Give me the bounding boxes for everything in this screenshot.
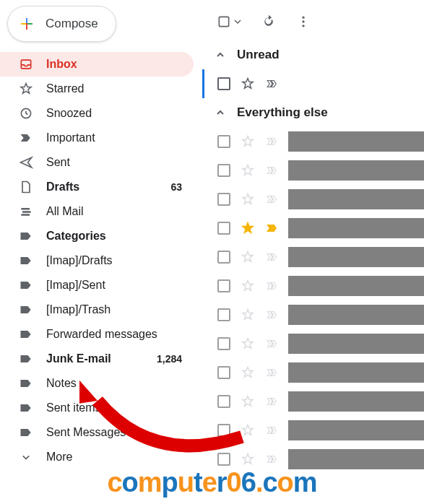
row-checkbox[interactable] — [217, 366, 230, 379]
row-content — [288, 334, 424, 354]
sidebar-item-junk[interactable]: Junk E-mail1,284 — [0, 347, 194, 371]
mail-row[interactable] — [204, 214, 424, 243]
row-content — [288, 420, 424, 440]
row-content — [288, 131, 424, 152]
mail-row[interactable] — [204, 185, 424, 214]
important-icon[interactable] — [265, 366, 280, 379]
mail-row[interactable] — [204, 156, 424, 185]
star-icon[interactable] — [241, 192, 255, 207]
star-icon[interactable] — [241, 250, 255, 264]
row-checkbox[interactable] — [217, 193, 230, 206]
sidebar-item-label: Categories — [46, 230, 182, 243]
row-content — [288, 160, 424, 181]
sidebar-item-allmail[interactable]: All Mail — [0, 199, 194, 224]
sidebar-item-imap-sent[interactable]: [Imap]/Sent — [0, 273, 194, 297]
row-checkbox[interactable] — [217, 164, 230, 177]
file-icon — [19, 180, 33, 194]
label-icon — [19, 303, 33, 317]
star-icon[interactable] — [241, 423, 255, 438]
sidebar-item-label: Sent items — [46, 401, 182, 414]
sidebar-item-categories[interactable]: Categories — [0, 224, 194, 248]
row-checkbox[interactable] — [217, 453, 230, 466]
caret-up-icon — [215, 50, 225, 60]
star-icon[interactable] — [241, 279, 255, 293]
mail-row[interactable] — [204, 127, 424, 156]
nav-list: InboxStarredSnoozedImportantSentDrafts63… — [0, 52, 202, 469]
sidebar-item-more[interactable]: More — [0, 445, 194, 469]
important-icon[interactable] — [265, 135, 280, 148]
sidebar-item-inbox[interactable]: Inbox — [0, 52, 194, 77]
sidebar-item-label: Notes — [46, 377, 182, 390]
important-icon[interactable] — [265, 251, 280, 264]
sidebar-item-drafts[interactable]: Drafts63 — [0, 175, 194, 199]
important-icon[interactable] — [265, 337, 280, 350]
row-content — [288, 247, 424, 267]
row-checkbox[interactable] — [217, 337, 230, 350]
row-checkbox[interactable] — [217, 135, 230, 148]
important-icon[interactable] — [265, 77, 280, 90]
mail-row[interactable] — [204, 69, 424, 98]
sidebar-item-important[interactable]: Important — [0, 126, 194, 150]
mail-row[interactable] — [204, 416, 424, 445]
row-checkbox[interactable] — [217, 251, 230, 264]
row-content — [288, 218, 424, 238]
select-all-checkbox[interactable] — [217, 14, 241, 29]
inbox-icon — [19, 57, 33, 71]
mail-row[interactable] — [204, 243, 424, 271]
mail-row[interactable] — [204, 329, 424, 358]
important-icon[interactable] — [265, 164, 280, 177]
mail-row[interactable] — [204, 358, 424, 387]
section-else[interactable]: Everything else — [202, 98, 424, 127]
important-icon[interactable] — [265, 424, 280, 437]
star-icon[interactable] — [241, 365, 255, 380]
star-icon[interactable] — [241, 163, 255, 178]
row-checkbox[interactable] — [217, 424, 230, 437]
star-icon[interactable] — [241, 336, 255, 351]
mail-row[interactable] — [204, 387, 424, 416]
label-icon — [19, 425, 33, 440]
sidebar-item-imap-drafts[interactable]: [Imap]/Drafts — [0, 248, 194, 273]
row-checkbox[interactable] — [217, 222, 230, 235]
important-icon — [19, 131, 33, 145]
row-checkbox[interactable] — [217, 308, 230, 321]
important-icon[interactable] — [265, 395, 280, 408]
chevron-icon — [19, 450, 33, 464]
important-icon[interactable] — [265, 279, 280, 292]
star-icon[interactable] — [241, 452, 255, 466]
star-icon — [19, 82, 33, 96]
row-content — [288, 189, 424, 209]
row-checkbox[interactable] — [217, 77, 230, 90]
row-checkbox[interactable] — [217, 279, 230, 292]
important-icon[interactable] — [265, 222, 280, 235]
label-icon — [19, 253, 33, 268]
star-icon[interactable] — [241, 221, 255, 235]
sidebar-item-sent[interactable]: Sent — [0, 150, 194, 175]
more-menu-button[interactable] — [296, 14, 311, 29]
compose-button[interactable]: Compose — [7, 6, 116, 42]
sidebar-item-sentmsgs[interactable]: Sent Messages — [0, 420, 194, 445]
sidebar-item-sentitems[interactable]: Sent items — [0, 396, 194, 420]
sidebar-item-starred[interactable]: Starred — [0, 77, 194, 101]
mail-row[interactable] — [204, 300, 424, 329]
row-checkbox[interactable] — [217, 395, 230, 408]
sidebar-item-label: Important — [46, 131, 182, 144]
refresh-button[interactable] — [261, 14, 276, 29]
sidebar-item-imap-trash[interactable]: [Imap]/Trash — [0, 297, 194, 322]
caret-up-icon — [215, 108, 225, 118]
stack-icon — [19, 204, 33, 219]
star-icon[interactable] — [241, 134, 255, 149]
row-content — [288, 276, 424, 296]
star-icon[interactable] — [241, 308, 255, 322]
star-icon[interactable] — [241, 77, 255, 91]
important-icon[interactable] — [265, 193, 280, 206]
important-icon[interactable] — [265, 453, 280, 466]
star-icon[interactable] — [241, 394, 255, 409]
sidebar-item-snoozed[interactable]: Snoozed — [0, 101, 194, 126]
sidebar-item-label: Forwarded messages — [46, 328, 182, 341]
section-unread[interactable]: Unread — [202, 40, 424, 69]
important-icon[interactable] — [265, 308, 280, 321]
sidebar-item-notes[interactable]: Notes — [0, 371, 194, 396]
sidebar-item-forwarded[interactable]: Forwarded messages — [0, 322, 194, 347]
mail-row[interactable] — [204, 271, 424, 300]
sidebar-item-label: More — [46, 451, 182, 464]
